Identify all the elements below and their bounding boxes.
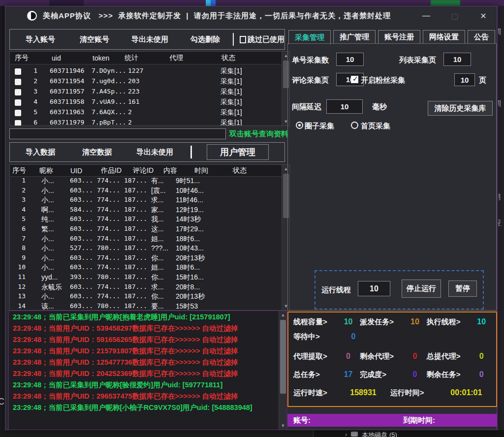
window-title: 美柚APP协议 >>> 承接软件定制开发 | 请勿用于非法用途，一切后果与作者无… [43, 11, 391, 21]
app-name: 美柚APP协议 [43, 11, 91, 20]
scrollbar-thumb[interactable] [280, 320, 286, 394]
table-row[interactable]: 1 小... 603... 774... 187... 有... 9时51... [10, 177, 282, 187]
cell-status: 采集[1] [220, 88, 242, 96]
cell-uid: 603711954 [50, 77, 84, 85]
import-data-button[interactable]: 导入数据 [26, 148, 55, 157]
export-unused-accounts-button[interactable]: 导出未使用 [131, 35, 168, 44]
table-row[interactable]: 14 该... 603... 780... 187... 要... 15时53 [10, 302, 282, 310]
table-row[interactable]: 5 纯... 603... 774... 187... 我... 14时3秒 [10, 215, 282, 225]
user-table-body: 1 小... 603... 774... 187... 有... 9时51...… [10, 177, 282, 310]
scroll-down-icon[interactable]: ▼ [279, 422, 287, 430]
log-output[interactable]: 23:29:48；当前已采集到用户昵称[抱着老虎睡]用户uid: [215791… [8, 311, 287, 430]
home-collect-radio[interactable] [351, 122, 358, 129]
cell-token: 7.ug0d... [92, 77, 126, 85]
cell-uid: 584... [70, 206, 93, 213]
col-header: 序号 [10, 166, 39, 175]
table-row[interactable]: 8 小... 527... 780... 187... ???... 10时43… [10, 244, 282, 254]
col-header: 内容 [163, 166, 194, 175]
cell-time: 11时46... [176, 196, 203, 205]
tab-promotion-management[interactable]: 推广管理 [333, 30, 376, 43]
cell-work-id: 774... [97, 177, 120, 184]
log-line: 23:29:48；当前用户UID：296537475数据库已存在>>>>>> 自… [9, 390, 278, 402]
table-row[interactable]: 2 小... 603... 774... 187... [震... 10时46.… [10, 187, 282, 196]
table-row[interactable]: 13 小... 603... 774... 187... 你... 20时13秒 [10, 292, 282, 302]
pause-button[interactable]: 暂停 [448, 281, 477, 297]
log-line: 23:29:48；当前已采集到用户昵称[小柚子RC9VX7S0]用户uid: [… [9, 402, 278, 413]
cell-uid: 603... [70, 187, 93, 194]
stats-row: 线程容量> 10 派发任务> 10 执行线程> 10 [293, 316, 493, 327]
cell-stat: 2 [128, 119, 132, 125]
comment-page-input[interactable]: 10 [336, 73, 364, 86]
skip-used-checkbox[interactable] [240, 36, 246, 43]
table-row[interactable]: 5 603711963 7.6AQX... 2 采集[1] [10, 108, 282, 119]
stat-value: 0 [470, 352, 493, 361]
cell-token: 7.pBpT... [92, 119, 126, 125]
clipped-glyph: 程 [497, 218, 501, 227]
cell-stat: 161 [128, 98, 139, 105]
cell-time: 12时19... [176, 206, 204, 215]
circle-collect-radio[interactable] [296, 122, 303, 129]
cell-time: 15时16... [176, 273, 204, 282]
cell-status: 采集[1] [220, 108, 242, 117]
table-row[interactable]: 2 603711954 7.ug0d... 203 采集[1] [10, 77, 282, 88]
cell-nick: 小... [41, 244, 54, 253]
table-row[interactable]: 10 小... 603... 774... 187... 姐... 18时6..… [10, 263, 282, 273]
app-logo-icon [27, 11, 37, 21]
check-delete-button[interactable]: 勾选删除 [190, 35, 220, 44]
minimize-button[interactable]: — [418, 11, 435, 20]
cell-nick: 小... [41, 292, 54, 301]
table-row[interactable]: 9 小... 603... 774... 187... 你... 20时13秒 [10, 254, 282, 264]
log-scrollbar[interactable]: ▲ ▼ [279, 311, 286, 430]
fans-collect-checkbox[interactable]: ✓ [351, 76, 358, 83]
export-unused-data-button[interactable]: 导出未使用 [136, 148, 173, 157]
account-search-input[interactable] [9, 128, 226, 139]
import-accounts-button[interactable]: 导入账号 [26, 35, 55, 44]
cell-seq: 3 [20, 88, 37, 95]
tab-account-register[interactable]: 账号注册 [378, 30, 420, 43]
delay-input[interactable]: 10 [326, 99, 363, 114]
toolbar-separator [233, 33, 234, 46]
fans-page-input[interactable]: 10 [454, 73, 475, 86]
clear-history-button[interactable]: 清除历史采集库 [428, 101, 493, 116]
user-management-button[interactable]: 用户管理 [207, 144, 269, 160]
delay-unit-label: 毫秒 [372, 102, 387, 112]
cell-comment-id: 187... [124, 302, 147, 310]
stop-run-button[interactable]: 停止运行 [402, 280, 441, 298]
account-table: 序号 uid token 统计 代理 状态 1 603711946 7.DOyn… [9, 51, 290, 126]
run-thread-input[interactable]: 10 [358, 281, 390, 296]
cell-content: 你... [151, 254, 164, 263]
table-row[interactable]: 12 永毓乐 603... 774... 187... 求... 20时8... [10, 283, 282, 293]
scroll-up-icon[interactable]: ▲ [279, 311, 287, 319]
table-row[interactable]: 4 啊... 584... 774... 187... 家... 12时19..… [10, 206, 282, 216]
titlebar[interactable]: 美柚APP协议 >>> 承接软件定制开发 | 请勿用于非法用途，一切后果与作者无… [5, 6, 497, 25]
table-row[interactable]: 4 603711958 7.vUA9... 161 采集[1] [10, 98, 282, 108]
table-row[interactable]: 11 yyd... 393... 780... 187... 你... 15时1… [10, 273, 282, 283]
close-button[interactable]: ✕ [475, 11, 492, 21]
stats-row: 等待中> 0 [293, 331, 493, 342]
check-icon: ✓ [352, 75, 358, 83]
table-row[interactable]: 6 繁... 603... 774... 187... 这... 17时29..… [10, 225, 282, 235]
clear-accounts-button[interactable]: 清空账号 [80, 35, 109, 44]
col-header: 状态 [233, 166, 247, 175]
maximize-button[interactable]: ▢ [446, 11, 463, 21]
table-row[interactable]: 6 603711979 7.pBpT... 2 采集[1] [10, 119, 282, 125]
tab-network-settings[interactable]: 网络设置 [423, 30, 465, 43]
account-table-body: 1 603711946 7.DOyn... 1227 采集[1] 2 60371… [10, 67, 282, 125]
clear-data-button[interactable]: 清空数据 [82, 148, 112, 157]
single-collect-input[interactable]: 10 [336, 53, 364, 66]
table-row[interactable]: 3 小... 603... 774... 187... 求... 11时46..… [10, 196, 282, 206]
cell-comment-id: 187... [124, 283, 147, 290]
cell-seq: 7 [15, 235, 26, 242]
col-header: 昵称 [39, 166, 70, 175]
table-row[interactable]: 7 小... 603... 774... 187... 姐... 18时6... [10, 235, 282, 245]
tab-announcement[interactable]: 公告 [468, 30, 495, 43]
table-row[interactable]: 3 603711957 7.A4Sp... 223 采集[1] [10, 88, 282, 98]
cell-uid: 603... [70, 263, 93, 271]
explorer-item-local-disk[interactable]: › 本地磁盘 (5) [313, 430, 504, 437]
list-page-input[interactable]: 10 [443, 53, 471, 66]
cell-work-id: 774... [97, 235, 120, 242]
top-strip-green-fragment [431, 0, 460, 6]
stat-label: 完成度> [360, 370, 403, 379]
tab-collect-management[interactable]: 采集管理 [288, 30, 331, 44]
table-row[interactable]: 1 603711946 7.DOyn... 1227 采集[1] [10, 67, 282, 77]
